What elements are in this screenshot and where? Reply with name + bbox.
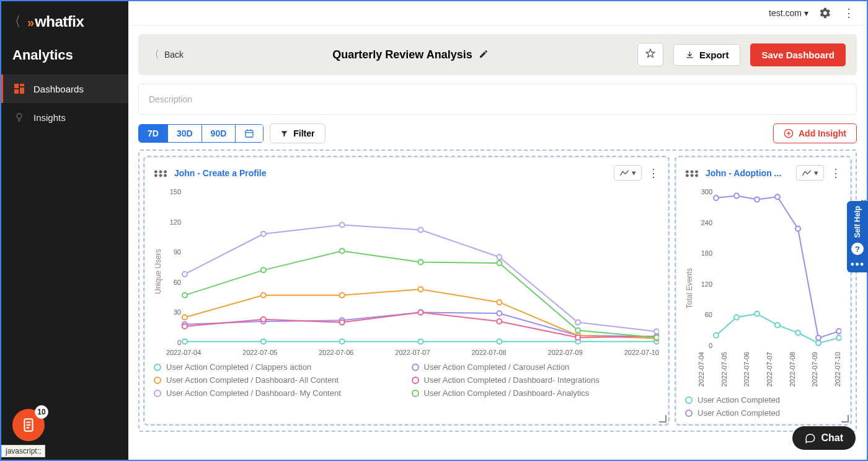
svg-rect-0 <box>14 84 19 88</box>
sidebar-back-icon[interactable]: 〈 <box>11 12 20 31</box>
legend-swatch-icon <box>412 390 419 397</box>
svg-point-26 <box>261 339 266 344</box>
line-chart-icon <box>619 169 629 177</box>
svg-point-79 <box>836 336 841 341</box>
svg-point-51 <box>575 335 580 340</box>
legend-label: User Action Completed / Dashboard- Analy… <box>424 388 590 398</box>
svg-rect-3 <box>14 89 19 94</box>
legend-item[interactable]: User Action Completed / Dashboard- My Co… <box>154 388 402 398</box>
caret-down-icon: ▾ <box>804 8 808 18</box>
drag-handle-icon[interactable]: ●●●●●● <box>154 169 168 177</box>
legend-item[interactable]: User Action Completed / Clappers action <box>154 362 402 372</box>
svg-point-43 <box>497 300 502 305</box>
chat-label: Chat <box>821 432 843 444</box>
export-button[interactable]: Export <box>673 44 741 66</box>
svg-point-86 <box>836 329 841 334</box>
drag-handle-icon[interactable]: ●●●●●● <box>685 169 699 177</box>
x-tick: 2022-07-10 <box>834 352 841 389</box>
legend-label: User Action Completed / Dashboard- Integ… <box>424 375 600 385</box>
chart-legend: User Action Completed / Clappers actionU… <box>154 362 659 398</box>
svg-point-48 <box>340 320 345 325</box>
x-tick: 2022-07-05 <box>720 352 728 389</box>
x-tick: 2022-07-06 <box>743 352 750 389</box>
legend-swatch-icon <box>685 410 693 417</box>
chart-legend: User Action CompletedUser Action Complet… <box>685 395 841 418</box>
domain-dropdown[interactable]: test.com ▾ <box>769 8 808 18</box>
filter-button[interactable]: Filter <box>270 123 325 143</box>
dots-icon: ●●● <box>851 260 865 267</box>
svg-text:180: 180 <box>701 249 712 257</box>
range-30d-button[interactable]: 30D <box>168 125 202 142</box>
tool-row: 7D 30D 90D Filter Add Insight <box>138 123 857 143</box>
page-title-wrap: Quarterly Review Analysis <box>193 48 627 61</box>
content: 〈 Back Quarterly Review Analysis Export … <box>128 25 867 460</box>
edit-title-icon[interactable] <box>479 49 489 61</box>
resize-handle-icon[interactable] <box>841 415 849 423</box>
card-more-icon[interactable]: ⋮ <box>648 166 659 180</box>
logo-row: 〈 » whatfix <box>1 1 128 38</box>
x-tick: 2022-07-08 <box>789 352 796 389</box>
card-more-icon[interactable]: ⋮ <box>830 166 841 180</box>
y-axis-label: Unique Users <box>154 187 162 356</box>
more-menu-icon[interactable]: ⋮ <box>842 6 856 20</box>
svg-text:120: 120 <box>701 280 712 288</box>
legend-item[interactable]: User Action Completed <box>685 395 841 405</box>
svg-point-73 <box>714 333 719 338</box>
svg-text:240: 240 <box>701 219 712 226</box>
x-tick: 2022-07-07 <box>766 352 773 389</box>
sidebar-item-dashboards[interactable]: Dashboards <box>1 74 128 103</box>
x-tick: 2022-07-04 <box>698 352 705 389</box>
caret-down-icon: ▾ <box>814 168 818 177</box>
chart-svg: 0306090120150 <box>166 187 659 345</box>
svg-text:90: 90 <box>174 248 181 256</box>
plus-circle-icon <box>784 128 794 138</box>
card-title-link[interactable]: John - Create a Profile <box>174 168 608 178</box>
add-insight-button[interactable]: Add Insight <box>773 123 857 143</box>
save-dashboard-button[interactable]: Save Dashboard <box>750 43 846 66</box>
page-header: 〈 Back Quarterly Review Analysis Export … <box>138 34 857 75</box>
legend-item[interactable]: User Action Completed / Dashboard- Integ… <box>412 375 660 385</box>
legend-item[interactable]: User Action Completed <box>685 408 841 418</box>
legend-item[interactable]: User Action Completed / Dashboard- All C… <box>154 375 402 385</box>
svg-text:150: 150 <box>170 188 181 195</box>
svg-point-25 <box>182 339 187 344</box>
card-title-link[interactable]: John - Adoption ... <box>706 168 790 178</box>
caret-down-icon: ▾ <box>632 168 636 177</box>
x-axis-ticks: 2022-07-042022-07-052022-07-062022-07-07… <box>166 347 659 356</box>
legend-item[interactable]: User Action Completed / Dashboard- Analy… <box>412 388 660 398</box>
export-label: Export <box>699 50 729 60</box>
svg-point-85 <box>816 336 821 341</box>
range-7d-button[interactable]: 7D <box>139 125 168 142</box>
gear-icon[interactable] <box>818 6 832 20</box>
svg-point-78 <box>816 341 821 346</box>
chart-card-profile: ●●●●●● John - Create a Profile ▾ ⋮ Uniqu… <box>144 157 668 424</box>
favorite-button[interactable] <box>637 43 663 66</box>
range-90d-button[interactable]: 90D <box>202 125 236 142</box>
description-input[interactable]: Description <box>138 84 857 115</box>
grid-icon <box>14 83 25 94</box>
svg-point-80 <box>714 195 719 200</box>
legend-item[interactable]: User Action Completed / Carousel Action <box>412 362 660 372</box>
legend-label: User Action Completed / Dashboard- My Co… <box>166 388 341 398</box>
svg-point-63 <box>418 259 423 264</box>
chart-wrap: Unique Users 0306090120150 2022-07-04202… <box>154 187 659 356</box>
chat-button[interactable]: Chat <box>792 426 856 450</box>
chart-type-dropdown[interactable]: ▾ <box>614 165 642 181</box>
svg-point-53 <box>182 272 187 277</box>
svg-marker-11 <box>646 49 654 57</box>
svg-point-57 <box>497 254 502 259</box>
x-tick: 2022-07-09 <box>811 352 818 389</box>
svg-text:60: 60 <box>705 311 712 318</box>
svg-point-27 <box>340 339 345 344</box>
range-calendar-button[interactable] <box>236 125 263 142</box>
sidebar-item-insights[interactable]: Insights <box>1 103 128 132</box>
svg-rect-1 <box>20 84 24 86</box>
chart-type-dropdown[interactable]: ▾ <box>796 165 824 181</box>
status-text: javascript:; <box>1 445 45 457</box>
back-button[interactable]: 〈 Back <box>149 47 184 62</box>
main: test.com ▾ ⋮ 〈 Back Quarterly Review Ana… <box>128 1 867 460</box>
legend-swatch-icon <box>154 390 161 397</box>
resize-handle-icon[interactable] <box>659 415 666 423</box>
notification-badge[interactable]: 10 <box>12 409 45 441</box>
self-help-tab[interactable]: Self Help ? ●●● <box>847 201 868 272</box>
